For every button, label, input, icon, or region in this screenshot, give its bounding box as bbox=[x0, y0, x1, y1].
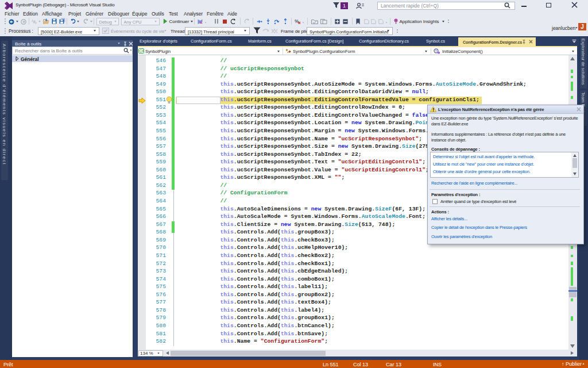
svg-text:C#: C# bbox=[139, 49, 144, 53]
